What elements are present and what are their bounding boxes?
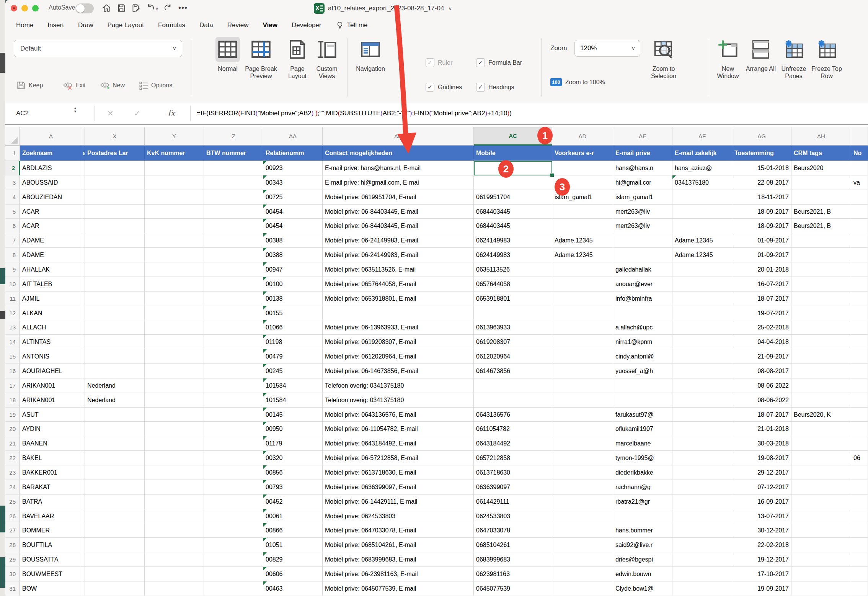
cell-AD16[interactable] (552, 364, 613, 378)
cell-AH2[interactable]: Beurs2020 (791, 161, 851, 175)
cell-W4[interactable] (82, 190, 85, 205)
cell-AB16[interactable]: Mobiel prive: 06-14673856, E-mail (323, 364, 474, 378)
cell-X28[interactable] (85, 538, 145, 552)
cell-AF22[interactable] (672, 451, 732, 465)
cell-X8[interactable] (85, 248, 145, 262)
cell-A8[interactable]: ADAME (20, 248, 82, 262)
cell-AG30[interactable]: 17-10-2017 (732, 567, 791, 581)
cell-Y4[interactable] (145, 190, 204, 205)
cell-AE12[interactable] (613, 306, 672, 321)
cell-AI14[interactable] (851, 335, 868, 349)
save-icon[interactable] (116, 3, 126, 13)
cell-Y26[interactable] (145, 509, 204, 524)
cell-AF9[interactable] (672, 262, 732, 277)
header-cell-af[interactable]: E-mail zakelijk (672, 146, 732, 161)
cell-W29[interactable] (82, 552, 85, 567)
cell-X2[interactable] (85, 161, 145, 175)
cell-AC31[interactable]: 0645077539 (474, 581, 552, 596)
cell-AB18[interactable]: Telefoon overig: 0341375180 (323, 393, 474, 408)
cell-AD2[interactable] (552, 161, 613, 175)
cell-Y29[interactable] (145, 552, 204, 567)
cell-AE4[interactable]: islam_gamal1 (613, 190, 672, 205)
cell-AH17[interactable] (791, 378, 851, 393)
cell-Y17[interactable] (145, 378, 204, 393)
cell-AC25[interactable]: 0614429111 (474, 494, 552, 509)
cell-AI28[interactable] (851, 538, 868, 552)
cell-Z24[interactable] (204, 480, 263, 494)
close-window-button[interactable] (11, 5, 17, 11)
cell-AE9[interactable]: galledahallak (613, 262, 672, 277)
cell-AI11[interactable] (851, 291, 868, 306)
cell-Z5[interactable] (204, 205, 263, 219)
header-cell-ai[interactable]: No (851, 146, 868, 161)
cell-Y31[interactable] (145, 581, 204, 596)
cell-AD12[interactable] (552, 306, 613, 321)
cell-A17[interactable]: ARIKAN001 (20, 378, 82, 393)
row-header-9[interactable]: 9 (5, 262, 20, 277)
cell-AA11[interactable]: 00138 (263, 291, 323, 306)
cell-AF6[interactable] (672, 219, 732, 233)
name-box[interactable]: AC2 ▲▼ (5, 103, 89, 124)
cell-AC18[interactable] (474, 393, 552, 408)
cell-A31[interactable]: BOW (20, 581, 82, 596)
cell-AC22[interactable]: 0657212858 (474, 451, 552, 465)
cell-W18[interactable] (82, 393, 85, 408)
col-header-AE[interactable]: AE (613, 127, 672, 146)
cell-Y10[interactable] (145, 277, 204, 291)
cell-X31[interactable] (85, 581, 145, 596)
cell-AG16[interactable]: 08-08-2017 (732, 364, 791, 378)
cell-AG27[interactable]: 30-12-2017 (732, 523, 791, 538)
cell-X4[interactable] (85, 190, 145, 205)
cell-AG8[interactable]: 01-09-2017 (732, 248, 791, 262)
cell-AD29[interactable] (552, 552, 613, 567)
cell-AA8[interactable]: 00388 (263, 248, 323, 262)
cell-X9[interactable] (85, 262, 145, 277)
cell-AH4[interactable] (791, 190, 851, 205)
cell-AE15[interactable]: cindy.antoni@ (613, 349, 672, 364)
cell-AD25[interactable] (552, 494, 613, 509)
cell-AA29[interactable]: 00829 (263, 552, 323, 567)
page-layout-view-button[interactable]: Page Layout (281, 37, 313, 80)
zoom-dropdown[interactable]: 120% ∨ (574, 40, 640, 57)
keep-sheet-view-button[interactable]: Keep (16, 79, 43, 92)
gridlines-checkbox[interactable]: ✓Gridlines (426, 83, 462, 92)
cell-W26[interactable] (82, 509, 85, 524)
cell-AG24[interactable]: 07-12-2017 (732, 480, 791, 494)
cell-AF27[interactable] (672, 523, 732, 538)
cell-AE27[interactable]: hans.bommer (613, 523, 672, 538)
col-header-hidden[interactable] (851, 127, 868, 146)
cell-AA4[interactable]: 00725 (263, 190, 323, 205)
cell-AE19[interactable]: farukasut97@ (613, 408, 672, 422)
sheet-view-dropdown[interactable]: Default ∨ (14, 40, 182, 57)
cell-AB6[interactable]: Mobiel prive: 06-84403445, E-mail (323, 219, 474, 233)
cell-AH20[interactable] (791, 422, 851, 436)
cell-AI5[interactable] (851, 205, 868, 219)
cell-AI22[interactable]: 06 (851, 451, 868, 465)
cell-AG6[interactable]: 18-09-2017 (732, 219, 791, 233)
col-header-Z[interactable]: Z (204, 127, 263, 146)
enter-check-icon[interactable]: ✓ (134, 103, 140, 124)
header-cell-ac[interactable]: Mobile (474, 146, 552, 161)
cell-Z30[interactable] (204, 567, 263, 581)
cell-W15[interactable] (82, 349, 85, 364)
row-header-29[interactable]: 29 (5, 552, 20, 567)
cell-Z12[interactable] (204, 306, 263, 321)
cell-Y12[interactable] (145, 306, 204, 321)
cell-AI27[interactable] (851, 523, 868, 538)
col-header-AF[interactable]: AF (672, 127, 732, 146)
cell-A5[interactable]: ACAR (20, 205, 82, 219)
cell-Z27[interactable] (204, 523, 263, 538)
cell-AB27[interactable]: Mobiel prive: 0647033078, E-mail (323, 523, 474, 538)
cell-W8[interactable] (82, 248, 85, 262)
tab-insert[interactable]: Insert (47, 21, 64, 29)
cell-X21[interactable] (85, 436, 145, 451)
cell-X14[interactable] (85, 335, 145, 349)
header-cell-z[interactable]: BTW nummer (204, 146, 263, 161)
cell-AH13[interactable] (791, 320, 851, 335)
row-header-14[interactable]: 14 (5, 335, 20, 349)
cell-Y21[interactable] (145, 436, 204, 451)
cell-AA7[interactable]: 00388 (263, 233, 323, 248)
cell-AD9[interactable] (552, 262, 613, 277)
ruler-checkbox[interactable]: ✓Ruler (426, 58, 452, 67)
cell-Z22[interactable] (204, 451, 263, 465)
